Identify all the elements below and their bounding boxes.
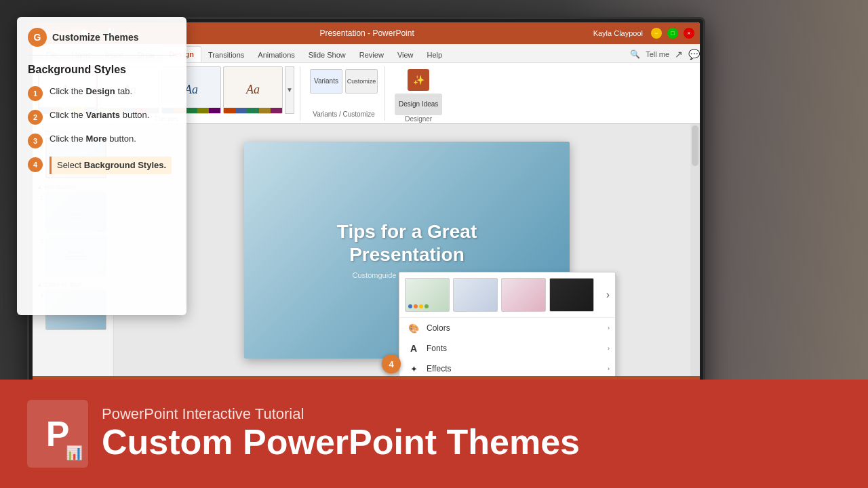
step-2: 2 Click the Variants button. [28, 109, 176, 125]
variant-swatch-2[interactable] [453, 278, 498, 312]
banner-text: PowerPoint Interactive Tutorial Custom P… [102, 405, 580, 462]
dropdown-variants-row: › [399, 272, 615, 318]
fonts-icon: A [408, 342, 420, 354]
step-4: 4 Select Background Styles. [28, 157, 176, 174]
step-4-number: 4 [28, 157, 43, 172]
colors-label: Colors [427, 323, 450, 333]
scroll-down-arrow[interactable]: ▼ [285, 66, 294, 114]
step-4-badge: 4 [382, 354, 401, 373]
fonts-label: Fonts [427, 344, 447, 353]
close-button[interactable]: × [684, 28, 694, 39]
design-ideas-button[interactable]: ✨ Design Ideas [395, 69, 442, 115]
fonts-arrow: › [608, 345, 610, 352]
minimize-button[interactable]: − [651, 28, 662, 39]
theme-button-4[interactable]: Aa [223, 66, 283, 114]
design-ideas-label: Design Ideas [395, 94, 442, 115]
effects-menu-item[interactable]: ✦ Effects › [399, 359, 615, 376]
design-ideas-icon: ✨ [408, 69, 429, 91]
designer-label: Designer [395, 115, 442, 123]
step-4-text: Select Background Styles. [50, 157, 172, 174]
dropdown-menu: › 🎨 Colors › A Fonts [399, 272, 616, 376]
effects-arrow: › [608, 365, 610, 372]
screen: G Customize Themes Background Styles 1 C… [0, 0, 868, 488]
customize-button[interactable]: Customize [345, 69, 378, 94]
banner-subtitle: PowerPoint Interactive Tutorial [102, 405, 580, 423]
variants-button[interactable]: Variants [310, 69, 342, 94]
colors-arrow: › [608, 325, 610, 331]
comments-icon[interactable]: 💬 [688, 49, 700, 60]
step-2-number: 2 [28, 110, 43, 125]
tutorial-panel: G Customize Themes Background Styles 1 C… [17, 17, 186, 315]
share-icon[interactable]: ↗ [675, 49, 683, 60]
variants-label: Variants / Customize [310, 110, 378, 118]
slide-main-title: Tips for a GreatPresentation [337, 220, 477, 266]
section-title: Background Styles [28, 64, 176, 76]
tab-slideshow[interactable]: Slide Show [302, 47, 353, 62]
step-3: 3 Click the More button. [28, 133, 176, 148]
variants-more-arrow[interactable]: › [606, 289, 610, 301]
step-3-number: 3 [28, 134, 43, 148]
fonts-menu-item[interactable]: A Fonts › [399, 338, 615, 359]
step-1-text: Click the Design tab. [50, 85, 132, 98]
step-1: 1 Click the Design tab. [28, 85, 176, 101]
variant-swatch-3[interactable] [501, 278, 546, 312]
title-bar-title: Presentation - PowerPoint [319, 28, 414, 38]
colors-icon: 🎨 [408, 322, 420, 334]
banner-title: Custom PowerPoint Themes [102, 423, 580, 462]
tab-transitions[interactable]: Transitions [201, 47, 251, 62]
bottom-banner: P 📊 PowerPoint Interactive Tutorial Cust… [0, 380, 868, 488]
powerpoint-logo: P 📊 [27, 400, 88, 468]
powerpoint-logo-chart-icon: 📊 [66, 445, 83, 461]
window-controls: − □ × [651, 28, 694, 39]
tab-review[interactable]: Review [353, 47, 391, 62]
logo-title: Customize Themes [52, 32, 139, 43]
effects-icon: ✦ [408, 363, 420, 375]
scrollbar-track [692, 125, 698, 166]
step-2-text: Click the Variants button. [50, 109, 149, 121]
tutorial-logo: G Customize Themes [28, 28, 176, 56]
slide-main-text: Tips for a GreatPresentation Customguide… [337, 220, 477, 279]
slide-canvas: › 🎨 Colors › A Fonts [114, 124, 700, 376]
step-3-text: Click the More button. [50, 133, 136, 145]
restore-button[interactable]: □ [667, 28, 678, 39]
effects-label: Effects [427, 364, 451, 373]
search-icon[interactable]: 🔍 [630, 49, 640, 59]
logo-icon: G [28, 28, 47, 47]
user-name: Kayla Claypool [593, 29, 643, 37]
tab-animations[interactable]: Animations [251, 47, 301, 62]
variant-swatch-1[interactable] [405, 278, 450, 312]
search-label[interactable]: Tell me [646, 50, 669, 58]
canvas-scrollbar[interactable] [690, 124, 700, 376]
variant-swatch-4[interactable] [549, 278, 594, 312]
step-1-number: 1 [28, 86, 43, 101]
tab-view[interactable]: View [391, 47, 420, 62]
tab-help[interactable]: Help [420, 47, 450, 62]
colors-menu-item[interactable]: 🎨 Colors › [399, 318, 615, 338]
title-bar-right: Kayla Claypool − □ × [593, 28, 694, 39]
